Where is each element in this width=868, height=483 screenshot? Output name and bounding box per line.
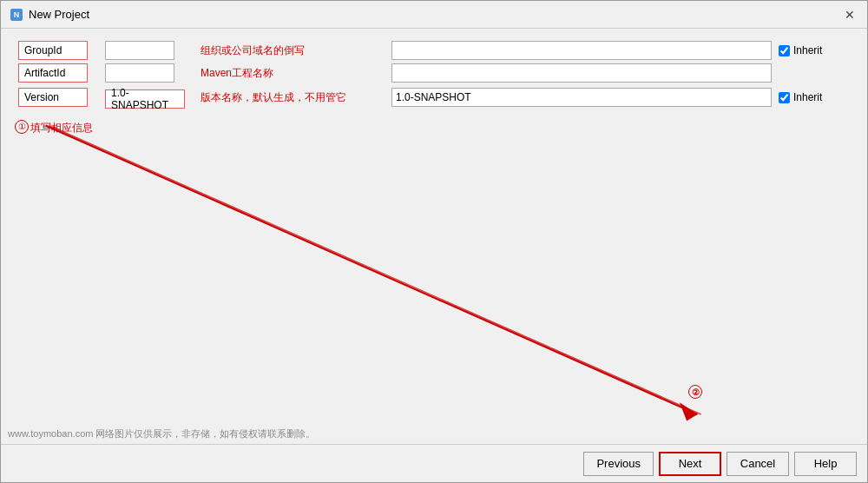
artifactid-input[interactable]	[105, 63, 174, 83]
groupid-inherit-text: Inherit	[793, 44, 822, 56]
dialog-content: GroupId 组织或公司域名的倒写 In	[1, 29, 867, 444]
groupid-inherit-label[interactable]: Inherit	[779, 44, 850, 56]
svg-marker-4	[680, 402, 698, 420]
artifactid-value-cell[interactable]	[102, 62, 188, 84]
previous-button[interactable]: Previous	[583, 452, 654, 476]
svg-line-3	[49, 126, 701, 414]
groupid-input[interactable]	[105, 41, 174, 60]
artifactid-input-cell[interactable]	[388, 62, 775, 84]
artifactid-main-input[interactable]	[391, 63, 772, 83]
groupid-input-cell[interactable]	[388, 39, 775, 62]
version-value: 1.0-SNAPSHOT	[105, 89, 185, 109]
help-button[interactable]: Help	[794, 452, 857, 476]
version-desc-cell: 版本名称，默认生成，不用管它	[197, 84, 388, 110]
artifactid-row: ArtifactId Maven工程名称	[15, 62, 853, 84]
artifactid-label: ArtifactId	[18, 63, 88, 83]
svg-text:N: N	[14, 10, 20, 19]
groupid-label: GroupId	[18, 41, 88, 60]
svg-line-2	[45, 126, 697, 414]
artifactid-desc-cell: Maven工程名称	[197, 62, 388, 84]
version-description: 版本名称，默认生成，不用管它	[201, 91, 346, 103]
artifactid-label-cell: ArtifactId	[15, 62, 102, 84]
version-label: Version	[18, 88, 88, 107]
watermark: www.toymoban.com 网络图片仅供展示，非存储，如有侵权请联系删除。	[8, 427, 315, 440]
version-input-cell[interactable]	[388, 84, 775, 110]
version-row: Version 1.0-SNAPSHOT 版本名称，默认生成，不用管它	[15, 84, 853, 110]
version-inherit-checkbox[interactable]	[779, 92, 790, 103]
groupid-inherit-cell: Inherit	[775, 39, 853, 62]
annotation1-circle: ①	[15, 120, 29, 134]
title-bar-left: N New Project	[10, 8, 89, 22]
version-inherit-text: Inherit	[793, 91, 822, 103]
groupid-label-cell: GroupId	[15, 39, 102, 62]
groupid-inherit-checkbox[interactable]	[779, 45, 790, 56]
version-inherit-cell: Inherit	[775, 84, 853, 110]
form-table: GroupId 组织或公司域名的倒写 In	[15, 39, 853, 110]
version-main-input[interactable]	[391, 88, 772, 107]
groupid-main-input[interactable]	[391, 41, 772, 60]
dialog-footer: Previous Next Cancel Help	[1, 444, 867, 482]
artifactid-description: Maven工程名称	[201, 67, 273, 79]
annotation1-container: ① 填写相应信息	[15, 117, 853, 136]
groupid-description: 组织或公司域名的倒写	[201, 44, 305, 56]
title-bar: N New Project ✕	[1, 1, 867, 29]
annotation1-text: 填写相应信息	[30, 121, 93, 136]
close-button[interactable]: ✕	[841, 9, 858, 21]
app-icon: N	[10, 8, 23, 22]
next-button[interactable]: Next	[659, 452, 721, 476]
annotation2-circle: ②	[688, 385, 702, 399]
window-title: New Project	[29, 8, 89, 21]
groupid-value-cell[interactable]	[102, 39, 188, 62]
version-inherit-label[interactable]: Inherit	[779, 91, 850, 103]
version-value-cell: 1.0-SNAPSHOT	[102, 84, 188, 110]
annotation2-container: ②	[688, 385, 702, 399]
groupid-row: GroupId 组织或公司域名的倒写 In	[15, 39, 853, 62]
groupid-desc-cell: 组织或公司域名的倒写	[197, 39, 388, 62]
dialog-window: N New Project ✕ GroupId	[0, 0, 868, 483]
version-label-cell: Version	[15, 84, 102, 110]
cancel-button[interactable]: Cancel	[727, 452, 789, 476]
